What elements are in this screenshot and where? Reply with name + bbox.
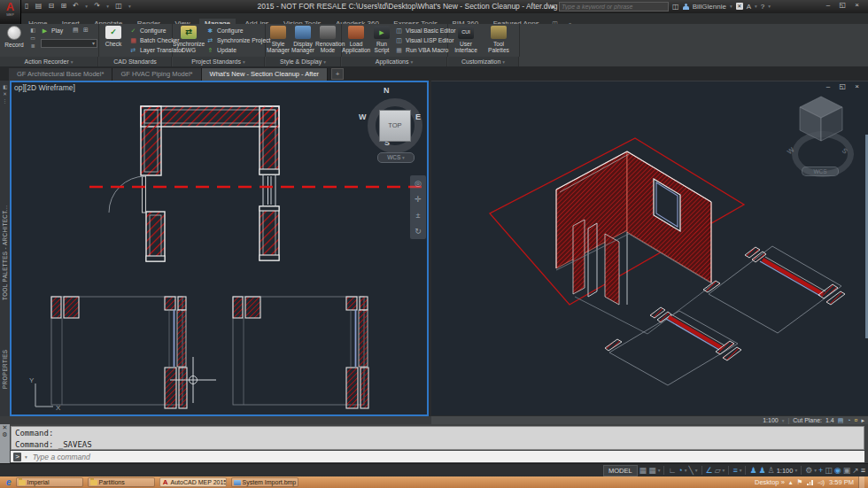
insert-message-icon[interactable]: ▤: [73, 27, 79, 34]
stop-icon[interactable]: ≣: [30, 43, 35, 49]
panel-label-action-recorder[interactable]: Action Recorder ▾: [0, 57, 98, 66]
application-menu-button[interactable]: A MEP: [0, 0, 21, 24]
zoom-icon[interactable]: ±: [416, 211, 421, 220]
close-palette-icon[interactable]: ✕: [3, 91, 7, 97]
help-caret-icon[interactable]: ▾: [768, 4, 771, 9]
command-grip[interactable]: ✕ ⚙: [0, 424, 10, 463]
tray-expand-icon[interactable]: ▴: [789, 478, 793, 486]
osnap-caret-icon[interactable]: ▾: [723, 468, 725, 473]
doc-minimize-button[interactable]: –: [826, 82, 833, 90]
desktop-toolbar[interactable]: Desktop »: [755, 478, 785, 486]
annotation-monitor-icon[interactable]: +: [818, 466, 823, 476]
scale-caret-icon[interactable]: ▾: [782, 418, 785, 423]
annotation-scale-icon[interactable]: ♙: [768, 466, 775, 476]
display-manager-button[interactable]: DisplayManager: [291, 24, 315, 53]
cut-plane-value[interactable]: 1.4: [825, 417, 834, 423]
user-caret-icon[interactable]: ▾: [730, 4, 732, 9]
viewcube-east[interactable]: E: [415, 112, 421, 121]
annotation-visibility-icon[interactable]: ♟: [749, 466, 756, 476]
undo-icon[interactable]: ↶: [73, 2, 80, 10]
nav-wheel-icon[interactable]: ◎: [415, 179, 422, 188]
annotation-scale-caret-icon[interactable]: ▾: [794, 468, 797, 473]
synchronize-project-button[interactable]: ⇄ Synchronize Project: [206, 35, 270, 45]
synchronize-dwg-button[interactable]: ⇄ SynchronizeDWG: [173, 24, 205, 53]
polar-tracking-icon[interactable]: ◔: [678, 466, 682, 476]
ortho-icon[interactable]: ∟: [668, 466, 676, 476]
new-icon[interactable]: ▯: [25, 2, 29, 10]
viewcube-west[interactable]: W: [359, 112, 367, 121]
network-icon[interactable]: [807, 480, 813, 485]
doc-restore-button[interactable]: ◱: [840, 82, 850, 90]
file-tab-section-cleanup[interactable]: What's New - Section Cleanup - After: [202, 68, 329, 81]
plot-icon[interactable]: ⊞: [60, 2, 67, 10]
insert-input-icon[interactable]: ⊞: [83, 27, 89, 34]
style-manager-button[interactable]: StyleManager: [266, 24, 291, 53]
snap-caret-icon[interactable]: ▾: [658, 468, 661, 473]
taskbar-item-imperial[interactable]: Imperial: [16, 477, 83, 487]
minimize-button[interactable]: –: [826, 1, 833, 9]
run-vba-macro-button[interactable]: ▦ Run VBA Macro: [395, 45, 448, 55]
osnap-tracking-icon[interactable]: ∠: [706, 466, 713, 476]
annotation-scale-value[interactable]: 1:100: [763, 417, 779, 423]
doc-close-button[interactable]: ×: [855, 82, 863, 90]
viewport-3d[interactable]: – ◱ ×: [431, 81, 868, 415]
show-desktop-button[interactable]: [858, 476, 864, 488]
close-button[interactable]: ×: [855, 1, 863, 9]
pause-icon[interactable]: ▭: [30, 35, 35, 41]
run-script-button[interactable]: ▶ RunScript: [370, 24, 393, 53]
dws-layout-icon[interactable]: ▤: [838, 417, 844, 424]
search-input[interactable]: [559, 2, 669, 12]
viewcube-3d-cube[interactable]: [798, 96, 844, 143]
panel-label-customization[interactable]: Customization ▾: [448, 57, 519, 66]
model-space-button[interactable]: MODEL: [603, 465, 638, 476]
viewport-plan[interactable]: op][2D Wireframe]: [10, 81, 429, 416]
signin-user[interactable]: BillGlennie: [693, 3, 726, 11]
quick-properties-icon[interactable]: ◫: [825, 466, 833, 476]
load-application-button[interactable]: LoadApplication: [342, 24, 370, 53]
a360-icon[interactable]: A: [747, 3, 751, 11]
palette-menu-icon[interactable]: ⋮: [3, 98, 8, 104]
grid-icon[interactable]: ▦: [639, 466, 647, 476]
isolate-objects-icon[interactable]: ▣: [843, 466, 851, 476]
check-button[interactable]: ✓ Check: [99, 24, 128, 47]
open-icon[interactable]: ▤: [35, 2, 43, 10]
record-button[interactable]: Record: [0, 24, 28, 48]
wcs-dropdown[interactable]: WCS ▾: [377, 152, 415, 163]
dws-menu-icon[interactable]: ▸: [861, 417, 864, 424]
panel-label-project-standards[interactable]: Project Standards ▾: [173, 57, 265, 66]
action-center-flag-icon[interactable]: ⚑: [797, 478, 803, 486]
clean-screen-icon[interactable]: ↗: [852, 466, 859, 476]
a360-caret-icon[interactable]: ▾: [755, 4, 757, 9]
tool-palettes-button[interactable]: ToolPalettes: [484, 24, 514, 53]
viewport-controls-label[interactable]: op][2D Wireframe]: [14, 83, 75, 92]
viewcube-north[interactable]: N: [384, 86, 390, 95]
clock[interactable]: 3:59 PM: [829, 478, 854, 486]
customization-menu-icon[interactable]: ≡: [861, 466, 865, 476]
workspace-gear-icon[interactable]: ⚙: [805, 466, 812, 476]
new-drawing-tab-button[interactable]: +: [331, 68, 344, 80]
redo-caret-icon[interactable]: ▾: [106, 4, 110, 9]
dws-isolate-icon[interactable]: ◔: [847, 417, 850, 423]
workspace-caret-icon[interactable]: ▾: [814, 468, 817, 473]
configure-standards-button[interactable]: ✓ Configure: [129, 26, 166, 35]
command-wrench-icon[interactable]: ⚙: [2, 431, 7, 438]
exchange-apps-icon[interactable]: ✕: [736, 3, 743, 10]
recent-commands-caret-icon[interactable]: ▾: [25, 454, 27, 460]
sidebar-item-properties[interactable]: PROPERTIES: [2, 309, 8, 389]
redo-icon[interactable]: ↷: [94, 2, 101, 10]
search-go-icon[interactable]: ◫: [672, 3, 679, 11]
search-collapse-icon[interactable]: ▸: [552, 3, 555, 11]
graphics-performance-icon[interactable]: ◉: [834, 466, 841, 476]
annotation-scale-button[interactable]: 1:100: [777, 467, 794, 475]
volume-icon[interactable]: ◅): [818, 478, 825, 486]
command-close-icon[interactable]: ✕: [3, 424, 8, 430]
visual-basic-editor-button[interactable]: ◫ Visual Basic Editor: [395, 26, 456, 35]
sidebar-item-tool-palettes[interactable]: TOOL PALETTES - ARCHITECT...: [2, 114, 8, 300]
command-history[interactable]: Command: Command: _SAVEAS: [11, 426, 864, 450]
help-icon[interactable]: ?: [761, 3, 764, 11]
lineweight-icon[interactable]: ≡: [732, 466, 737, 476]
panel-label-style-display[interactable]: Style & Display ▾: [266, 57, 341, 66]
orbit-icon[interactable]: ↻: [415, 227, 422, 236]
message-icon[interactable]: ◧: [30, 27, 35, 33]
autohide-icon[interactable]: ◧: [3, 84, 7, 89]
